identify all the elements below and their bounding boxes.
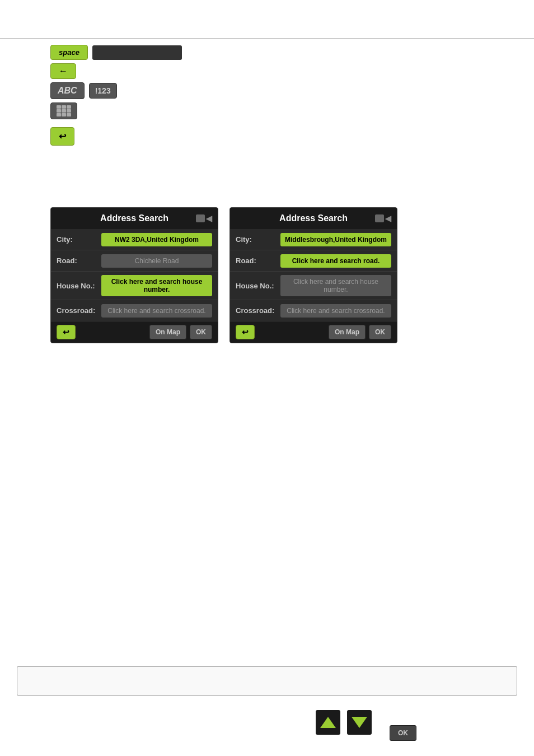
left-crossroad-row: Crossroad: Click here and search crossro… [51, 300, 218, 321]
num-key[interactable]: !123 [89, 83, 117, 99]
right-panel-title: Address Search [279, 213, 348, 223]
right-address-panel: Address Search ◀ City: Middlesbrough,Uni… [229, 207, 397, 343]
abc-key[interactable]: ABC [50, 82, 85, 99]
backspace-key[interactable]: ← [50, 63, 76, 79]
nav-down-arrow[interactable] [347, 710, 372, 735]
right-road-label: Road: [236, 256, 280, 265]
right-city-value[interactable]: Middlesbrough,United Kingdom [280, 233, 391, 246]
top-divider [0, 38, 534, 39]
right-panel-icon-sq [375, 214, 384, 222]
grid-key[interactable] [50, 102, 77, 119]
left-panel-title: Address Search [100, 213, 168, 223]
left-panel-footer: ↩ On Map OK [51, 321, 218, 343]
keyboard-area: space ← ABC !123 ↩ [50, 45, 229, 149]
input-display [92, 45, 182, 60]
keyboard-row-4 [50, 102, 229, 119]
note-box [17, 666, 517, 696]
keyboard-row-3: ABC !123 [50, 82, 229, 99]
back-key[interactable]: ↩ [50, 127, 74, 146]
left-road-label: Road: [57, 256, 101, 265]
left-ok-button[interactable]: OK [190, 325, 212, 339]
panels-area: Address Search ◀ City: NW2 3DA,United Ki… [50, 207, 397, 343]
bottom-nav-area [316, 710, 372, 735]
right-panel-footer: ↩ On Map OK [230, 321, 397, 343]
left-city-row: City: NW2 3DA,United Kingdom [51, 229, 218, 250]
left-crossroad-value[interactable]: Click here and search crossroad. [101, 304, 212, 318]
right-house-label: House No.: [236, 282, 280, 290]
right-panel-header: Address Search ◀ [230, 208, 397, 229]
right-crossroad-row: Crossroad: Click here and search crossro… [230, 300, 397, 321]
panel-icon-sq [196, 214, 205, 222]
left-city-value[interactable]: NW2 3DA,United Kingdom [101, 233, 212, 246]
right-road-row: Road: Click here and search road. [230, 250, 397, 272]
keyboard-row-5: ↩ [50, 123, 229, 146]
right-house-row: House No.: Click here and search house n… [230, 272, 397, 300]
right-house-value[interactable]: Click here and search house number. [280, 275, 391, 296]
left-house-value[interactable]: Click here and search house number. [101, 275, 212, 296]
left-city-label: City: [57, 235, 101, 244]
right-city-label: City: [236, 235, 280, 244]
right-onmap-button[interactable]: On Map [329, 325, 366, 339]
keyboard-row-2: ← [50, 63, 229, 79]
left-panel-header: Address Search ◀ [51, 208, 218, 229]
right-ok-button[interactable]: OK [369, 325, 391, 339]
right-panel-icon-arrow: ◀ [385, 214, 391, 223]
left-house-label: House No.: [57, 282, 101, 290]
nav-up-arrow[interactable] [316, 710, 340, 735]
right-crossroad-label: Crossroad: [236, 306, 280, 315]
right-panel-header-icon: ◀ [375, 214, 391, 223]
right-city-row: City: Middlesbrough,United Kingdom [230, 229, 397, 250]
left-address-panel: Address Search ◀ City: NW2 3DA,United Ki… [50, 207, 218, 343]
space-key[interactable]: space [50, 45, 88, 60]
left-road-value[interactable]: Chichele Road [101, 254, 212, 268]
panel-icon-arrow: ◀ [206, 214, 212, 223]
right-crossroad-value[interactable]: Click here and search crossroad. [280, 304, 391, 318]
left-house-row: House No.: Click here and search house n… [51, 272, 218, 300]
keyboard-row-1: space [50, 45, 229, 60]
left-road-row: Road: Chichele Road [51, 250, 218, 272]
left-panel-header-icon: ◀ [196, 214, 212, 223]
left-onmap-button[interactable]: On Map [149, 325, 186, 339]
left-crossroad-label: Crossroad: [57, 306, 101, 315]
right-road-value[interactable]: Click here and search road. [280, 254, 391, 268]
left-back-button[interactable]: ↩ [57, 325, 76, 339]
bottom-ok-button[interactable]: OK [390, 725, 416, 741]
right-back-button[interactable]: ↩ [236, 325, 255, 339]
